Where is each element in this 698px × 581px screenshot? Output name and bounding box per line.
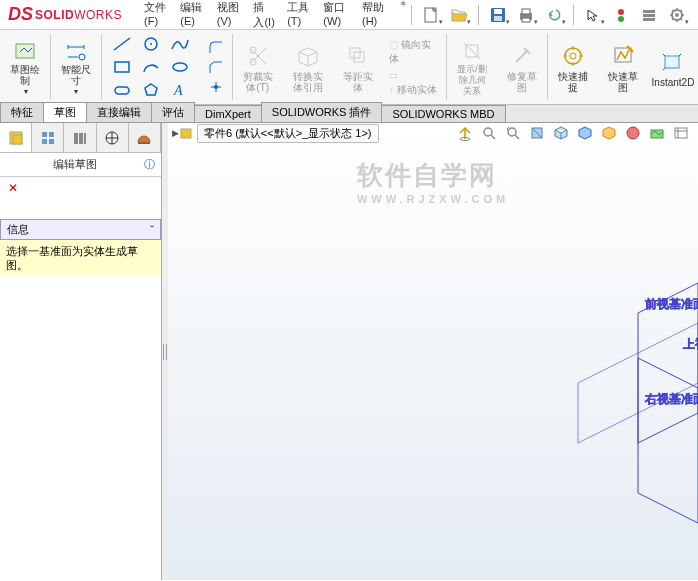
svg-point-24 [250, 59, 256, 65]
fillet-tool[interactable] [206, 38, 226, 56]
line-tool[interactable] [108, 33, 136, 55]
ds-logo-icon: DS [8, 4, 33, 25]
svg-rect-39 [74, 133, 78, 144]
right-plane[interactable] [638, 358, 698, 523]
menu-tools[interactable]: 工具(T) [283, 0, 315, 32]
move-entity-button[interactable]: ↕ 移动实体 [389, 83, 440, 97]
new-button[interactable]: ▾ [418, 3, 444, 27]
panel-tab-config[interactable] [64, 123, 96, 152]
chamfer-tool[interactable] [206, 58, 226, 76]
svg-point-19 [173, 63, 187, 71]
circle-tool[interactable] [137, 33, 165, 55]
chevron-down-icon: ▾ [601, 18, 605, 26]
tab-sw-mbd[interactable]: SOLIDWORKS MBD [381, 105, 505, 122]
smart-dimension-button[interactable]: 智能尺 寸▾ [57, 37, 95, 97]
svg-rect-44 [163, 344, 164, 360]
open-button[interactable]: ▾ [446, 3, 472, 27]
menu-file[interactable]: 文件(F) [140, 0, 172, 32]
svg-rect-14 [16, 44, 34, 58]
text-tool[interactable]: A [166, 79, 194, 101]
quick-access-toolbar: ▾ ▾ ▾ ▾ ▾ ▾ ▾ [407, 3, 698, 27]
svg-point-15 [79, 54, 85, 60]
command-tab-strip: 特征 草图 直接编辑 评估 DimXpert SOLIDWORKS 插件 SOL… [0, 105, 698, 123]
tab-direct-edit[interactable]: 直接编辑 [86, 102, 152, 122]
settings-button[interactable]: ▾ [664, 3, 690, 27]
info-section-header[interactable]: 信息 ˇ [0, 219, 161, 240]
relations-button[interactable]: 显示/删 除几何 关系 [453, 37, 491, 97]
point-tool[interactable] [206, 78, 226, 96]
tab-sketch[interactable]: 草图 [43, 102, 87, 122]
svg-rect-45 [166, 344, 167, 360]
tab-evaluate[interactable]: 评估 [151, 102, 195, 122]
svg-rect-37 [42, 139, 47, 144]
chevron-down-icon: ▾ [685, 18, 689, 26]
svg-text:前视基准面: 前视基准面 [645, 297, 698, 311]
svg-rect-3 [494, 16, 502, 21]
convert-entity-button[interactable]: 转换实 体引用 [289, 37, 327, 97]
tab-feature[interactable]: 特征 [0, 102, 44, 122]
rectangle-tool[interactable] [108, 56, 136, 78]
offset-entity-button[interactable]: 等距实 体 [339, 37, 377, 97]
pattern-button[interactable]: ⚏ [389, 69, 440, 80]
svg-rect-38 [49, 139, 54, 144]
tab-dimxpert[interactable]: DimXpert [194, 105, 262, 122]
svg-point-8 [618, 16, 624, 22]
rapid-snap-button[interactable]: 快速捕 捉 [554, 37, 592, 97]
menu-window[interactable]: 窗口(W) [319, 0, 354, 32]
svg-rect-32 [665, 56, 679, 68]
sketch-draw-button[interactable]: 草图绘 制▾ [6, 37, 44, 97]
rebuild-button[interactable] [608, 3, 634, 27]
instant2d-button[interactable]: Instant2D [654, 37, 692, 97]
rapid-sketch-button[interactable]: 快速草 图 [604, 37, 642, 97]
menu-view[interactable]: 视图(V) [213, 0, 246, 32]
select-button[interactable]: ▾ [580, 3, 606, 27]
feature-manager-panel: 编辑草图 ⓘ ✕ 信息 ˇ 选择一基准面为实体生成草图。 [0, 123, 162, 580]
panel-tab-property[interactable] [32, 123, 64, 152]
svg-point-30 [570, 53, 576, 59]
panel-tab-dimxpert[interactable] [97, 123, 129, 152]
svg-rect-9 [643, 10, 655, 13]
repair-sketch-button[interactable]: 修复草 图 [503, 37, 541, 97]
svg-rect-40 [79, 133, 83, 144]
svg-marker-21 [145, 84, 157, 95]
svg-text:A: A [173, 83, 183, 98]
menu-help[interactable]: 帮助(H) [358, 0, 391, 32]
graphics-viewport[interactable]: ▶ 零件6 (默认<<默认>_显示状态 1>) 软件自学网 WWW.RJZXW.… [168, 123, 698, 580]
reference-planes: 前视基准面 右视基准面 上视 [168, 123, 698, 580]
polygon-tool[interactable] [137, 79, 165, 101]
arc-tool[interactable] [137, 56, 165, 78]
panel-help-icon[interactable]: ⓘ [144, 157, 155, 172]
svg-point-25 [250, 47, 256, 53]
svg-text:右视基准面: 右视基准面 [645, 392, 698, 406]
info-message: 选择一基准面为实体生成草图。 [0, 240, 161, 276]
spline-tool[interactable] [166, 33, 194, 55]
panel-tab-feature-tree[interactable] [0, 123, 32, 152]
svg-rect-6 [522, 18, 530, 22]
svg-rect-18 [115, 62, 129, 72]
svg-point-7 [618, 9, 624, 15]
svg-rect-2 [494, 9, 502, 14]
pin-icon[interactable]: ✶ [399, 0, 407, 32]
menu-edit[interactable]: 编辑(E) [176, 0, 209, 32]
chevron-down-icon: ▾ [467, 18, 471, 26]
svg-text:上视: 上视 [683, 337, 698, 351]
save-button[interactable]: ▾ [485, 3, 511, 27]
panel-tab-display[interactable] [129, 123, 161, 152]
undo-button[interactable]: ▾ [541, 3, 567, 27]
svg-point-17 [150, 43, 152, 45]
print-button[interactable]: ▾ [513, 3, 539, 27]
slot-tool[interactable] [108, 79, 136, 101]
tab-sw-addins[interactable]: SOLIDWORKS 插件 [261, 102, 383, 122]
trim-entity-button[interactable]: 剪裁实 体(T) [239, 37, 277, 97]
menu-insert[interactable]: 插入(I) [249, 0, 279, 32]
panel-close-button[interactable]: ✕ [0, 177, 161, 199]
svg-rect-27 [354, 52, 364, 62]
ribbon: 草图绘 制▾ 智能尺 寸▾ A 剪裁 [0, 30, 698, 105]
svg-rect-43 [138, 142, 150, 144]
options-button[interactable] [636, 3, 662, 27]
svg-rect-5 [522, 9, 530, 14]
mirror-button[interactable]: ▢ 镜向实 体 [389, 38, 440, 66]
ellipse-tool[interactable] [166, 56, 194, 78]
svg-rect-36 [49, 132, 54, 137]
svg-rect-26 [350, 48, 360, 58]
